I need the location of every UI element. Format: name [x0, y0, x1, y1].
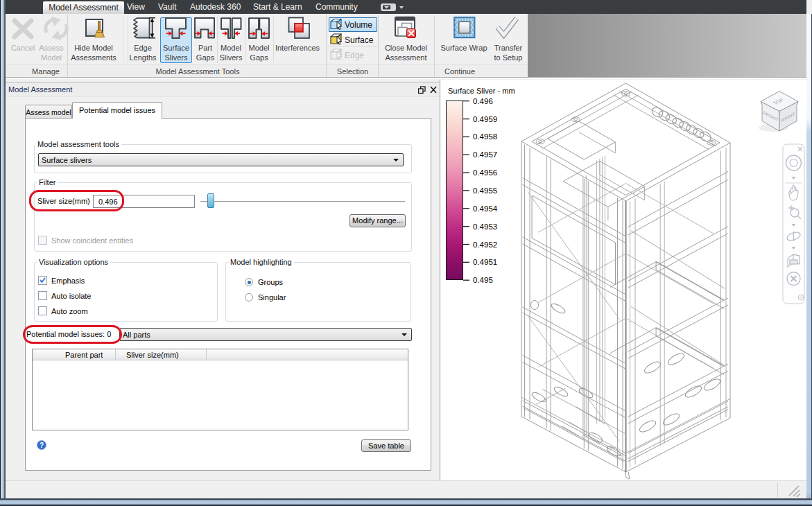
svg-text:0.4952: 0.4952 — [473, 241, 497, 249]
svg-text:0.4953: 0.4953 — [473, 223, 497, 231]
svg-text:0.4954: 0.4954 — [473, 204, 498, 213]
svg-text:0.4951: 0.4951 — [473, 258, 497, 266]
svg-text:0.496: 0.496 — [473, 97, 493, 105]
svg-text:0.4956: 0.4956 — [473, 168, 497, 177]
svg-text:0.4958: 0.4958 — [473, 132, 497, 141]
svg-text:0.495: 0.495 — [473, 276, 493, 284]
svg-text:?: ? — [40, 442, 44, 449]
svg-text:0.4957: 0.4957 — [473, 150, 497, 159]
svg-text:0.4955: 0.4955 — [473, 186, 497, 195]
svg-text:0.4959: 0.4959 — [473, 115, 497, 123]
